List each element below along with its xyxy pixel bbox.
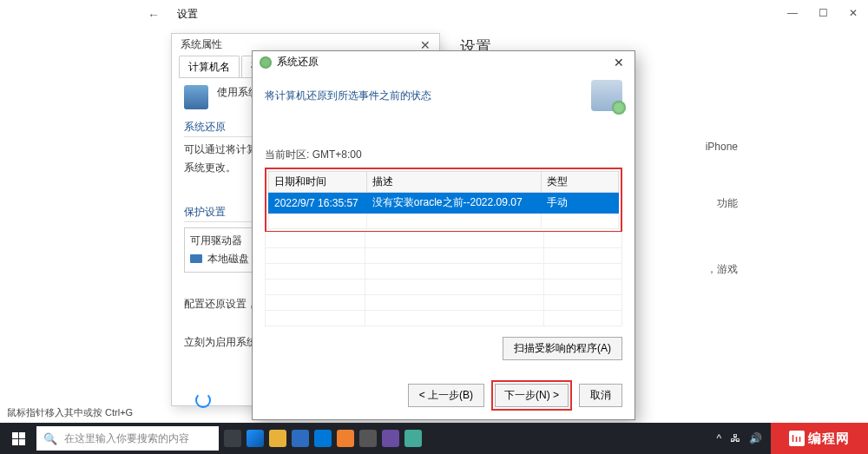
chevron-up-icon[interactable]: ^ [717,432,722,444]
side-label-feature: 功能 [717,196,738,211]
table-row[interactable] [269,214,619,229]
edge-icon[interactable] [247,430,264,447]
start-button[interactable] [5,425,31,451]
next-button-highlight: 下一步(N) > [491,380,572,411]
search-input[interactable]: 🔍 在这里输入你要搜索的内容 [36,426,219,451]
col-type[interactable]: 类型 [542,172,619,193]
restore-table-highlight: 日期和时间 描述 类型 2022/9/7 16:35:57 没有安装oracle… [265,168,622,233]
minimize-button[interactable]: — [787,7,798,19]
search-placeholder: 在这里输入你要搜索的内容 [64,431,189,446]
app3-icon[interactable] [404,430,422,447]
back-icon[interactable]: ← [148,8,160,22]
refresh-icon[interactable] [195,392,211,408]
sys-prop-title: 系统属性 [181,37,222,52]
tab-computer-name[interactable]: 计算机名 [179,56,240,77]
task-view-icon[interactable] [224,430,241,447]
prev-button[interactable]: < 上一步(B) [408,384,484,407]
network-icon[interactable]: 🖧 [730,432,740,444]
restore-points-table[interactable]: 日期和时间 描述 类型 2022/9/7 16:35:57 没有安装oracle… [268,171,619,229]
next-button[interactable]: 下一步(N) > [495,384,569,407]
restore-dialog-title: 系统还原 [277,55,319,69]
settings-icon[interactable] [359,430,377,447]
side-label-iphone: iPhone [706,141,738,153]
cell-type: 手动 [542,193,619,214]
app2-icon[interactable] [382,430,399,447]
drive-icon [190,254,202,263]
restore-heading: 将计算机还原到所选事件之前的状态 [265,89,431,103]
app-icon[interactable] [337,430,354,447]
system-icon [184,85,208,109]
restore-points-table-empty [265,232,622,326]
settings-label: 设置 [177,7,198,22]
side-label-game: ，游戏 [707,262,738,277]
maximize-button[interactable]: ☐ [819,7,828,19]
mail-icon[interactable] [292,430,309,447]
scan-affected-button[interactable]: 扫描受影响的程序(A) [503,337,622,360]
status-hint: 鼠标指针移入其中或按 Ctrl+G [7,406,133,419]
taskbar: 🔍 在这里输入你要搜索的内容 ^ 🖧 🔊 中 16:38 2022/9/7 💬 [0,423,868,454]
search-icon: 🔍 [43,432,57,445]
restore-big-icon [591,80,622,111]
brand-logo: lıı编程网 [771,423,868,454]
cell-desc: 没有安装oracle之前--2022.09.07 [366,193,542,214]
store-icon[interactable] [314,430,332,447]
windows-icon [12,432,25,445]
cancel-button[interactable]: 取消 [579,384,622,407]
restore-icon [260,56,272,69]
close-icon[interactable]: ✕ [610,56,628,69]
close-button[interactable]: ✕ [849,7,858,19]
col-desc[interactable]: 描述 [366,172,542,193]
table-row[interactable]: 2022/9/7 16:35:57 没有安装oracle之前--2022.09.… [269,193,619,214]
file-explorer-icon[interactable] [269,430,286,447]
system-restore-dialog: 系统还原 ✕ 将计算机还原到所选事件之前的状态 当前时区: GMT+8:00 日… [252,50,635,420]
col-datetime[interactable]: 日期和时间 [269,172,367,193]
timezone-label: 当前时区: GMT+8:00 [265,148,622,162]
speaker-icon[interactable]: 🔊 [749,432,762,444]
cell-datetime: 2022/9/7 16:35:57 [269,193,367,214]
